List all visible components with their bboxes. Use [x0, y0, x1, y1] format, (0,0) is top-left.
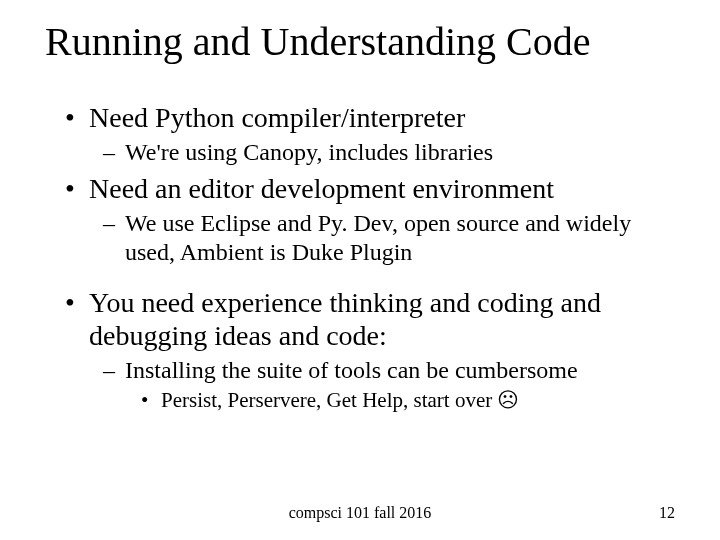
footer-page-number: 12: [659, 504, 675, 522]
bullet-level1: You need experience thinking and coding …: [55, 286, 665, 352]
bullet-level1: Need an editor development environment: [55, 172, 665, 205]
slide-body: Need Python compiler/interpreter We're u…: [55, 95, 665, 417]
bullet-level2: Installing the suite of tools can be cum…: [55, 356, 665, 384]
slide-title: Running and Understanding Code: [45, 20, 675, 64]
slide: Running and Understanding Code Need Pyth…: [0, 0, 720, 540]
footer-course: compsci 101 fall 2016: [0, 504, 720, 522]
spacer: [55, 270, 665, 280]
bullet-level2: We use Eclipse and Py. Dev, open source …: [55, 209, 665, 266]
bullet-level3: Persist, Perservere, Get Help, start ove…: [55, 388, 665, 413]
bullet-level2: We're using Canopy, includes libraries: [55, 138, 665, 166]
bullet-level1: Need Python compiler/interpreter: [55, 101, 665, 134]
